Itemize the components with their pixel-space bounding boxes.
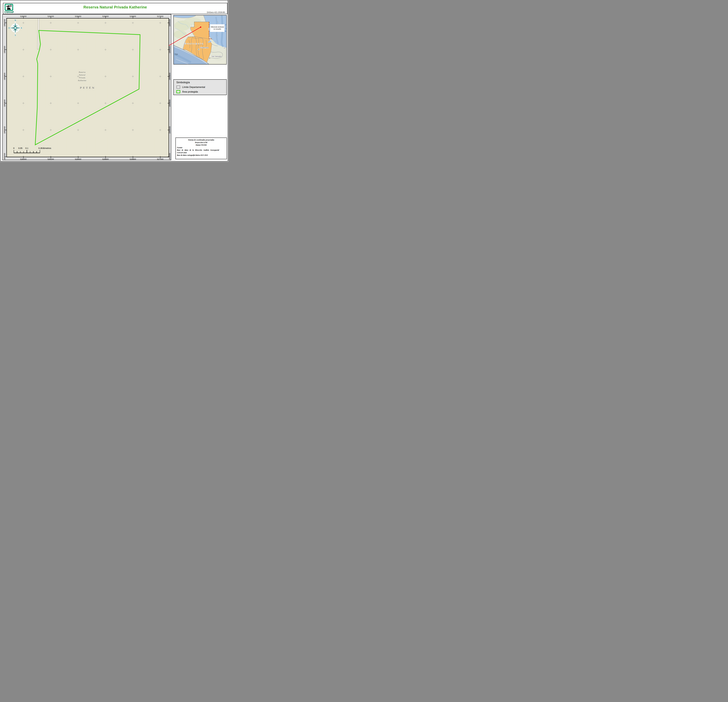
honduras-partial-label: H o [224,47,227,49]
grid-cross [104,22,107,24]
scale-bar-tick [36,151,37,153]
grid-cross [159,49,161,50]
grid-cross [104,102,107,104]
grid-cross [50,75,52,78]
scale-bar-tick [17,151,17,153]
legend-title: Simbología [176,81,190,84]
bottom-axis-tick [51,156,51,159]
grid-cross [159,75,161,78]
compass-o-label: O [9,27,10,29]
grid-cross [159,129,161,131]
scale-bar-value: 0.05 [18,147,22,150]
right-axis-tick [168,49,170,50]
reserve-location-dot [200,26,201,28]
department-name-label: PETÉN [73,86,102,89]
right-axis-tick [168,130,170,130]
inset-leader-line-outside [169,43,174,46]
datum-line: Datum WGS84 [177,144,225,146]
san-salvador-marker [209,57,210,59]
right-axis-tick [168,76,170,76]
country-label: G u a t e m a l a [185,43,203,45]
header: CONAP Reserva Natural Privada Katherine … [3,3,227,14]
territorial-dispute-note: Diferendo territorial no resuelto [210,24,224,32]
grid-cross [77,102,79,104]
left-axis-tick [5,130,7,130]
scale-bar-tick [33,151,34,153]
grid-cross [77,22,79,24]
top-axis-tick [105,17,106,19]
svg-text:Gu: Gu [225,24,227,26]
departmental-limit-swatch [176,85,180,89]
reserve-name-line: Natural [75,74,88,76]
grid-cross [104,129,107,131]
bottom-axis-label: 526600 [99,158,112,160]
bottom-axis-label: 526800 [126,158,140,160]
grid-cross [132,75,134,78]
scale-bar-value: 0.2 [38,147,41,150]
protected-area-swatch [176,90,180,93]
legend-item-label: Área protegida [182,90,198,93]
scale-bar-unit: Kilómetros [41,147,51,150]
left-axis-tick [5,157,7,157]
map-frame: Reserva Natural Privada Katherine PETÉN [2,14,171,160]
bottom-axis-label: 527000 [154,158,167,160]
metadata-box: Sistema de coordenadas proyectadas Proye… [175,138,227,159]
grid-cross [50,22,52,24]
top-axis-tick [160,17,160,19]
inset-leader-line-outside [168,42,174,47]
source-heading: Fuente: [177,146,225,149]
grid-cross [159,102,161,104]
grid-cross [22,22,25,24]
crs-line: Sistema de coordenadas proyectadas [177,139,225,141]
reserve-name-line: Privada [75,76,88,79]
reserve-name-label: Reserva Natural Privada Katherine [75,71,88,82]
left-axis-tick [5,76,7,76]
grid-cross [77,49,79,50]
svg-text:d: d [225,27,227,29]
source-line-3: Base de datos cartografía básica IGN 201… [177,154,225,157]
left-axis-tick [5,49,7,50]
scale-bar-tick [20,151,21,153]
scale-bar-value: 0.1 [25,147,28,150]
scale-bar-tick [40,150,40,153]
grid-cross [104,49,107,50]
scale-bar-tick [30,151,30,153]
grid-cross [132,49,134,50]
right-axis-tick [168,157,170,157]
projection-line: Proyección GTM [177,141,225,144]
grid-cross [22,49,25,50]
bottom-axis-tick [23,156,24,159]
right-axis-label: 1893200 [169,150,171,162]
top-axis-tick [51,17,51,19]
capital-city-label: Guatemala [200,47,209,49]
legend-item-area-protegida: Área protegida [176,89,198,94]
page-title: Reserva Natural Privada Katherine [3,5,227,9]
reserve-name-line: Katherine [75,79,88,82]
scale-bar: Kilómetros 00.050.10.2 [13,147,61,154]
bottom-axis-label: 526400 [72,158,85,160]
inset-map-layer: B G u a t e m a l a Guatemala San Salvad… [174,16,227,64]
source-line-2: CONAP 2026 [177,151,225,154]
bottom-axis-label: 526200 [44,158,57,160]
left-axis-tick [5,23,7,23]
capital-city-marker [198,49,199,50]
bottom-axis-tick [105,156,106,159]
reserve-name-line: Reserva [75,71,88,74]
grid-cross [22,75,25,78]
top-axis-tick [23,17,24,19]
scale-bar-tick [14,150,14,153]
grid-cross [104,75,107,78]
grid-cross [132,22,134,24]
grid-cross [50,129,52,131]
compass-e-label: E [21,27,22,29]
grid-cross [159,22,161,24]
bottom-axis-label: 526000 [17,158,30,160]
scale-bar-value: 0 [13,147,14,150]
grid-cross [50,49,52,50]
map-canvas: Reserva Natural Privada Katherine PETÉN [6,18,169,157]
bottom-axis-tick [78,156,78,159]
compass-s-label: S [14,34,16,36]
bottom-axis-tick [160,156,160,159]
grid-cross [77,129,79,131]
grid-cross [50,102,52,104]
